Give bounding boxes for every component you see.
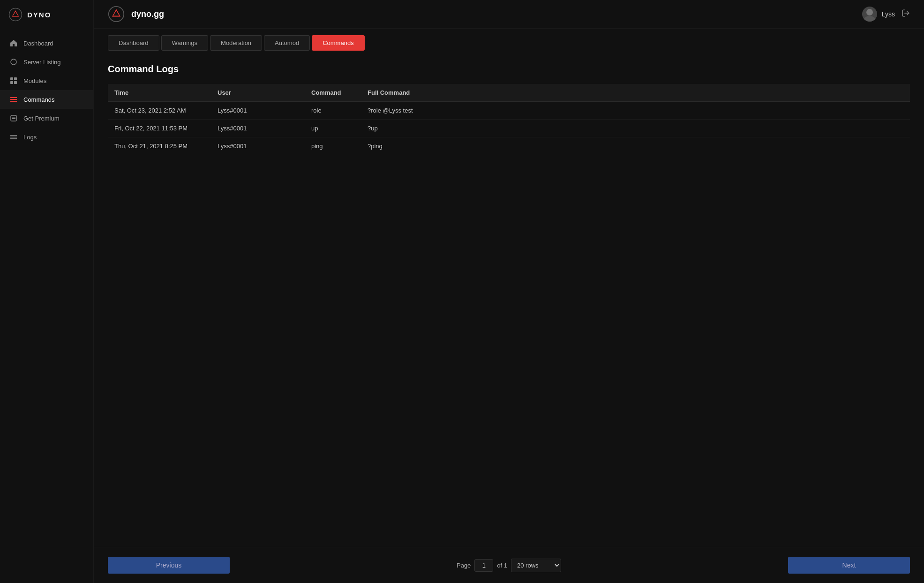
svg-rect-4 [10, 77, 13, 80]
topbar: dyno.gg Lyss [94, 0, 924, 29]
premium-icon [9, 114, 18, 122]
svg-rect-14 [10, 135, 17, 136]
svg-rect-9 [10, 99, 17, 100]
svg-rect-12 [12, 117, 15, 118]
grid-icon [9, 76, 18, 85]
cell-user: Lyss#0001 [211, 120, 305, 137]
list-icon [9, 95, 18, 104]
tab-bar: Dashboard Warnings Moderation Automod Co… [94, 29, 924, 51]
pagination: Previous Page of 1 20 rows 50 rows 100 r… [94, 547, 924, 583]
tab-warnings[interactable]: Warnings [161, 35, 208, 51]
table-row: Thu, Oct 21, 2021 8:25 PMLyss#0001ping?p… [108, 137, 910, 155]
home-icon [9, 39, 18, 47]
avatar [862, 7, 877, 22]
topbar-right: Lyss [862, 7, 910, 22]
command-logs-table: Time User Command Full Command Sat, Oct … [108, 84, 910, 155]
svg-point-20 [866, 9, 873, 15]
topbar-site-title: dyno.gg [131, 9, 164, 19]
content-area: Command Logs Time User Command Full Comm… [94, 51, 924, 547]
topbar-left: dyno.gg [108, 6, 164, 23]
col-header-full-command: Full Command [361, 84, 910, 102]
topbar-username: Lyss [882, 10, 895, 18]
table-body: Sat, Oct 23, 2021 2:52 AMLyss#0001role?r… [108, 102, 910, 155]
svg-rect-6 [10, 81, 13, 84]
svg-point-3 [11, 59, 16, 65]
circle-icon [9, 58, 18, 66]
svg-rect-8 [10, 97, 17, 98]
cell-full_command: ?ping [361, 137, 910, 155]
cell-time: Fri, Oct 22, 2021 11:53 PM [108, 120, 211, 137]
sidebar-item-server-listing[interactable]: Server Listing [0, 53, 93, 71]
dyno-logo-top [108, 6, 125, 23]
svg-rect-10 [10, 101, 17, 102]
cell-time: Sat, Oct 23, 2021 2:52 AM [108, 102, 211, 120]
sidebar-item-modules[interactable]: Modules [0, 71, 93, 90]
cell-command: up [305, 120, 361, 137]
page-input[interactable] [474, 559, 493, 572]
table-row: Fri, Oct 22, 2021 11:53 PMLyss#0001up?up [108, 120, 910, 137]
cell-time: Thu, Oct 21, 2021 8:25 PM [108, 137, 211, 155]
sidebar-label-logs: Logs [23, 134, 37, 141]
dyno-logo-sidebar [8, 8, 23, 22]
tab-dashboard[interactable]: Dashboard [108, 35, 159, 51]
tab-automod[interactable]: Automod [264, 35, 310, 51]
pagination-center: Page of 1 20 rows 50 rows 100 rows [457, 559, 561, 572]
rows-select[interactable]: 20 rows 50 rows 100 rows [511, 559, 561, 572]
table-header: Time User Command Full Command [108, 84, 910, 102]
cell-full_command: ?role @Lyss test [361, 102, 910, 120]
sidebar-header: DYNO [0, 0, 93, 29]
svg-rect-5 [14, 77, 17, 80]
svg-rect-7 [14, 81, 17, 84]
svg-rect-16 [10, 138, 17, 139]
page-label: Page [457, 562, 471, 569]
tab-moderation[interactable]: Moderation [210, 35, 262, 51]
sidebar-label-commands: Commands [23, 96, 54, 103]
svg-rect-13 [12, 118, 15, 119]
col-header-time: Time [108, 84, 211, 102]
previous-button[interactable]: Previous [108, 557, 230, 574]
tab-commands[interactable]: Commands [312, 35, 364, 51]
cell-full_command: ?up [361, 120, 910, 137]
col-header-command: Command [305, 84, 361, 102]
sidebar-nav: Dashboard Server Listing Modules Command… [0, 29, 93, 583]
cell-command: role [305, 102, 361, 120]
cell-user: Lyss#0001 [211, 102, 305, 120]
sidebar-item-commands[interactable]: Commands [0, 90, 93, 109]
sidebar-item-dashboard[interactable]: Dashboard [0, 34, 93, 53]
sidebar-label-get-premium: Get Premium [23, 115, 60, 122]
logs-icon [9, 133, 18, 141]
main-content: dyno.gg Lyss Dashboard Warnings Modera [94, 0, 924, 583]
svg-rect-15 [10, 137, 17, 138]
sidebar-label-modules: Modules [23, 77, 46, 84]
table-row: Sat, Oct 23, 2021 2:52 AMLyss#0001role?r… [108, 102, 910, 120]
sidebar-brand-label: DYNO [27, 11, 51, 19]
of-label: of 1 [497, 562, 507, 569]
col-header-user: User [211, 84, 305, 102]
svg-point-21 [864, 16, 875, 22]
cell-command: ping [305, 137, 361, 155]
page-title: Command Logs [108, 64, 910, 75]
sidebar: DYNO Dashboard Server Listing Modules C [0, 0, 94, 583]
next-button[interactable]: Next [788, 557, 910, 574]
logout-icon[interactable] [901, 9, 910, 19]
cell-user: Lyss#0001 [211, 137, 305, 155]
sidebar-label-dashboard: Dashboard [23, 40, 53, 47]
sidebar-item-get-premium[interactable]: Get Premium [0, 109, 93, 128]
sidebar-label-server-listing: Server Listing [23, 59, 60, 66]
sidebar-item-logs[interactable]: Logs [0, 128, 93, 146]
